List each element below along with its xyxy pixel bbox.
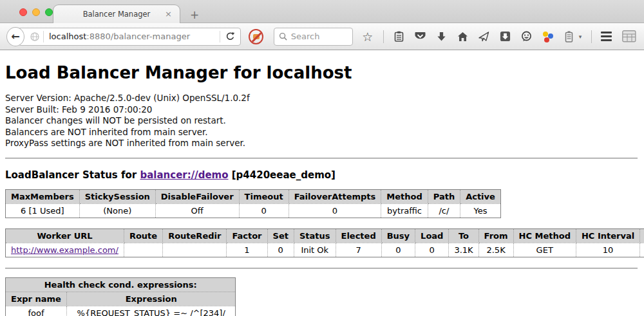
- menu-hamburger-icon[interactable]: [601, 32, 612, 41]
- battery-addon-icon[interactable]: [564, 31, 575, 42]
- reload-button[interactable]: [220, 31, 240, 42]
- cell-from: 2.5K: [478, 243, 513, 257]
- cell-disablefailover: Off: [155, 203, 239, 218]
- server-info: Server Version: Apache/2.5.0-dev (Unix) …: [5, 93, 638, 149]
- column-header: RouteRedir: [163, 228, 227, 243]
- titlebar: Balancer Manager × +: [0, 0, 644, 23]
- cell-timeout: 0: [239, 203, 289, 218]
- urlbar-divider: [43, 31, 44, 42]
- column-header: Timeout: [239, 189, 289, 203]
- column-header: Expression: [66, 292, 236, 306]
- cell-elected: 7: [336, 243, 381, 257]
- status-prefix: LoadBalancer Status for: [5, 169, 140, 181]
- close-window-button[interactable]: [19, 8, 27, 16]
- column-header: Route: [124, 228, 162, 243]
- tab-title: Balancer Manager: [83, 10, 151, 19]
- cell-worker-url: http://www.example.com/: [6, 243, 124, 257]
- column-header: DisableFailover: [155, 189, 239, 203]
- divider: [5, 158, 638, 159]
- persist-notice-line: Balancer changes will NOT be persisted o…: [5, 115, 638, 127]
- cell-route: [124, 243, 162, 257]
- column-header: Load: [415, 228, 449, 243]
- table-row: foof %{REQUEST_STATUS} =~ /^[234]/: [6, 306, 236, 316]
- balancer-demo-link[interactable]: balancer://demo: [140, 169, 228, 181]
- cell-stickysession: (None): [79, 203, 155, 218]
- globe-icon: [30, 32, 39, 41]
- url-host-text: localhost: [49, 32, 86, 41]
- health-table-caption: Health check cond. expressions:: [6, 277, 236, 292]
- column-header: Busy: [381, 228, 415, 243]
- colored-dots-addon-icon[interactable]: [542, 31, 554, 42]
- downloads-arrow-icon[interactable]: [436, 31, 448, 42]
- column-header: Worker URL: [6, 228, 124, 243]
- page-title: Load Balancer Manager for localhost: [5, 63, 638, 82]
- column-header: Method: [381, 189, 428, 203]
- server-built-line: Server Built: Feb 9 2016 07:00:20: [5, 104, 638, 116]
- chevron-down-icon[interactable]: ▾: [579, 33, 582, 40]
- column-header: Factor: [227, 228, 267, 243]
- balancer-settings-table: MaxMembers StickySession DisableFailover…: [5, 189, 501, 218]
- cell-active: Yes: [460, 203, 501, 218]
- column-header: To: [449, 228, 478, 243]
- new-tab-button[interactable]: +: [190, 8, 199, 21]
- column-header: FailoverAttempts: [289, 189, 381, 203]
- download-box-icon[interactable]: [500, 31, 511, 42]
- cell-routeredir: [163, 243, 227, 257]
- column-header: Set: [267, 228, 294, 243]
- column-header: HC Interval: [576, 228, 639, 243]
- column-header: Expr name: [6, 292, 67, 306]
- column-header: MaxMembers: [6, 189, 80, 203]
- worker-url-link[interactable]: http://www.example.com/: [11, 245, 118, 255]
- status-suffix: [p4420eeae_demo]: [229, 169, 336, 181]
- divider: [5, 268, 638, 269]
- search-icon: [279, 32, 287, 41]
- toolbar-divider: [591, 30, 592, 43]
- navigation-toolbar: ← localhost :8880/balancer-manager Searc…: [0, 23, 644, 50]
- window-controls: [19, 8, 53, 16]
- column-header: From: [478, 228, 513, 243]
- proxypass-notice-line: ProxyPass settings are NOT inherited fro…: [5, 138, 638, 149]
- column-header: StickySession: [79, 189, 155, 203]
- url-bar[interactable]: localhost :8880/balancer-manager: [18, 28, 241, 46]
- cell-failoverattempts: 0: [289, 203, 381, 218]
- cell-expr-name: foof: [6, 306, 67, 316]
- cell-to: 3.1K: [449, 243, 478, 257]
- worker-status-table: Worker URL Route RouteRedir Factor Set S…: [5, 228, 644, 257]
- plugin-blocked-icon[interactable]: [249, 29, 263, 44]
- cell-path: /c/: [428, 203, 460, 218]
- server-version-line: Server Version: Apache/2.5.0-dev (Unix) …: [5, 93, 638, 104]
- column-header: Path: [428, 189, 460, 203]
- balancers-notice-line: Balancers are NOT inherited from main se…: [5, 127, 638, 138]
- tab-balancer-manager[interactable]: Balancer Manager ×: [53, 5, 180, 23]
- column-header: Active: [460, 189, 501, 203]
- column-header: HC Method: [513, 228, 576, 243]
- search-placeholder: Search: [291, 32, 320, 41]
- table-row: http://www.example.com/ 1 0 Init Ok 7 0 …: [6, 243, 644, 257]
- table-row: 6 [1 Used] (None) Off 0 0 bytraffic /c/ …: [6, 203, 501, 218]
- bookmark-star-icon[interactable]: ☆: [362, 31, 374, 42]
- cell-hc-method: GET: [513, 243, 576, 257]
- tab-close-icon[interactable]: ×: [165, 9, 172, 19]
- toolbar-icons: ☆: [362, 30, 592, 43]
- bookmarks-clipboard-icon[interactable]: [393, 31, 405, 42]
- minimize-window-button[interactable]: [32, 8, 40, 16]
- pocket-icon[interactable]: [415, 31, 426, 42]
- cell-expression: %{REQUEST_STATUS} =~ /^[234]/: [66, 306, 236, 316]
- column-header: Elected: [336, 228, 381, 243]
- url-path-text: :8880/balancer-manager: [86, 32, 190, 41]
- home-icon[interactable]: [457, 31, 469, 42]
- smiley-chat-icon[interactable]: [521, 31, 533, 42]
- tab-tiles-icon[interactable]: [622, 30, 636, 42]
- cell-load: 0: [415, 243, 449, 257]
- back-button[interactable]: ←: [6, 27, 24, 46]
- cell-busy: 0: [381, 243, 415, 257]
- loadbalancer-status-heading: LoadBalancer Status for balancer://demo …: [5, 169, 638, 181]
- cell-factor: 1: [227, 243, 267, 257]
- browser-window: Balancer Manager × + ← localhost :8880/b…: [0, 0, 644, 50]
- search-input[interactable]: Search: [274, 28, 353, 46]
- table-header-row: Expr name Expression: [6, 292, 236, 306]
- column-header: Passes: [640, 228, 644, 243]
- zoom-window-button[interactable]: [45, 8, 53, 16]
- table-caption-row: Health check cond. expressions:: [6, 277, 236, 292]
- send-plane-icon[interactable]: [478, 31, 490, 42]
